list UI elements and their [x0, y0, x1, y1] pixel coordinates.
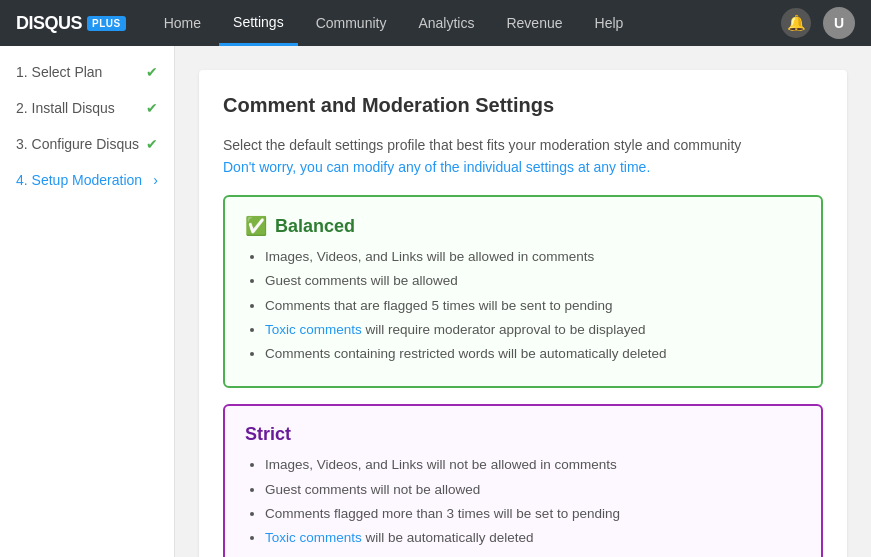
logo[interactable]: DISQUS PLUS: [16, 13, 126, 34]
sidebar-item-label: Configure Disqus: [32, 136, 139, 152]
list-item: Comments that are flagged 5 times will b…: [265, 296, 801, 316]
balanced-plan-card[interactable]: ✅ Balanced Images, Videos, and Links wil…: [223, 195, 823, 388]
list-item: Comments containing restricted words wil…: [265, 344, 801, 364]
nav-settings[interactable]: Settings: [219, 0, 298, 46]
user-avatar[interactable]: U: [823, 7, 855, 39]
arrow-right-icon: ›: [153, 172, 158, 188]
list-item: Images, Videos, and Links will not be al…: [265, 455, 801, 475]
sidebar-item-number: 2.: [16, 100, 28, 116]
toxic-comments-link-balanced[interactable]: Toxic comments: [265, 322, 362, 337]
sidebar: 1. Select Plan ✔ 2. Install Disqus ✔ 3. …: [0, 46, 175, 557]
sidebar-item-select-plan[interactable]: 1. Select Plan ✔: [0, 54, 174, 90]
check-icon: ✔: [146, 100, 158, 116]
balanced-plan-list: Images, Videos, and Links will be allowe…: [245, 247, 801, 364]
strict-title-text: Strict: [245, 424, 291, 445]
list-item: Images, Videos, and Links will be allowe…: [265, 247, 801, 267]
sidebar-item-number: 3.: [16, 136, 28, 152]
sidebar-item-label: Install Disqus: [32, 100, 115, 116]
main-layout: 1. Select Plan ✔ 2. Install Disqus ✔ 3. …: [0, 46, 871, 557]
list-item: Comments flagged more than 3 times will …: [265, 504, 801, 524]
strict-plan-card[interactable]: Strict Images, Videos, and Links will no…: [223, 404, 823, 557]
balanced-title-text: Balanced: [275, 216, 355, 237]
balanced-plan-title: ✅ Balanced: [245, 215, 801, 237]
check-icon: ✔: [146, 64, 158, 80]
nav-home[interactable]: Home: [150, 0, 215, 46]
nav-revenue[interactable]: Revenue: [492, 0, 576, 46]
strict-plan-title: Strict: [245, 424, 801, 445]
nav-links: Home Settings Community Analytics Revenu…: [150, 0, 781, 46]
check-icon: ✔: [146, 136, 158, 152]
list-item: Guest comments will not be allowed: [265, 480, 801, 500]
sidebar-item-install-disqus[interactable]: 2. Install Disqus ✔: [0, 90, 174, 126]
content-card: Comment and Moderation Settings Select t…: [199, 70, 847, 557]
list-item: Toxic comments will require moderator ap…: [265, 320, 801, 340]
sidebar-item-setup-moderation[interactable]: 4. Setup Moderation ›: [0, 162, 174, 198]
plan-cards: ✅ Balanced Images, Videos, and Links wil…: [223, 195, 823, 557]
page-title: Comment and Moderation Settings: [223, 94, 823, 117]
balanced-icon: ✅: [245, 215, 267, 237]
toxic-comments-link-strict[interactable]: Toxic comments: [265, 530, 362, 545]
modify-link[interactable]: Don't worry, you can modify any of the i…: [223, 159, 823, 175]
notification-icon[interactable]: 🔔: [781, 8, 811, 38]
list-item: Guest comments will be allowed: [265, 271, 801, 291]
top-navigation: DISQUS PLUS Home Settings Community Anal…: [0, 0, 871, 46]
description-text: Select the default settings profile that…: [223, 137, 823, 153]
strict-plan-list: Images, Videos, and Links will not be al…: [245, 455, 801, 557]
brand-name: DISQUS: [16, 13, 82, 34]
nav-analytics[interactable]: Analytics: [404, 0, 488, 46]
sidebar-item-number: 4.: [16, 172, 28, 188]
sidebar-item-number: 1.: [16, 64, 28, 80]
sidebar-item-label: Setup Moderation: [32, 172, 143, 188]
list-item: Comments containing restricted words wil…: [265, 552, 801, 557]
sidebar-item-configure-disqus[interactable]: 3. Configure Disqus ✔: [0, 126, 174, 162]
main-content: Comment and Moderation Settings Select t…: [175, 46, 871, 557]
list-item: Toxic comments will be automatically del…: [265, 528, 801, 548]
nav-help[interactable]: Help: [581, 0, 638, 46]
plus-badge: PLUS: [87, 16, 126, 31]
nav-community[interactable]: Community: [302, 0, 401, 46]
nav-right: 🔔 U: [781, 7, 855, 39]
sidebar-item-label: Select Plan: [32, 64, 103, 80]
